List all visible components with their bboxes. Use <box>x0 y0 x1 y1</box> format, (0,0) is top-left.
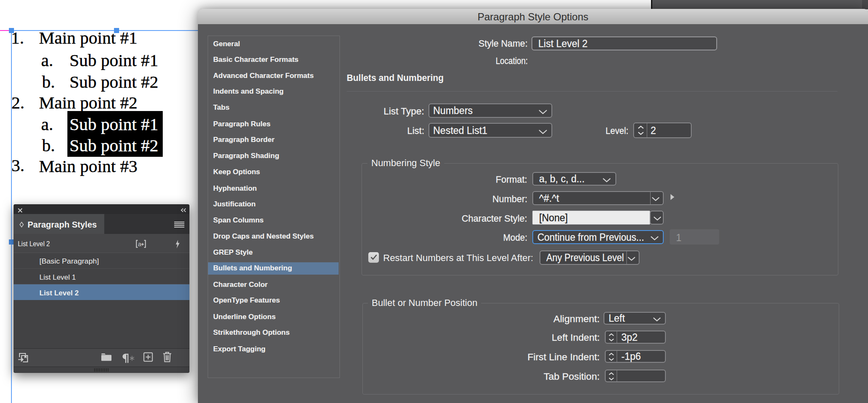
svg-text:a: a <box>138 241 142 247</box>
